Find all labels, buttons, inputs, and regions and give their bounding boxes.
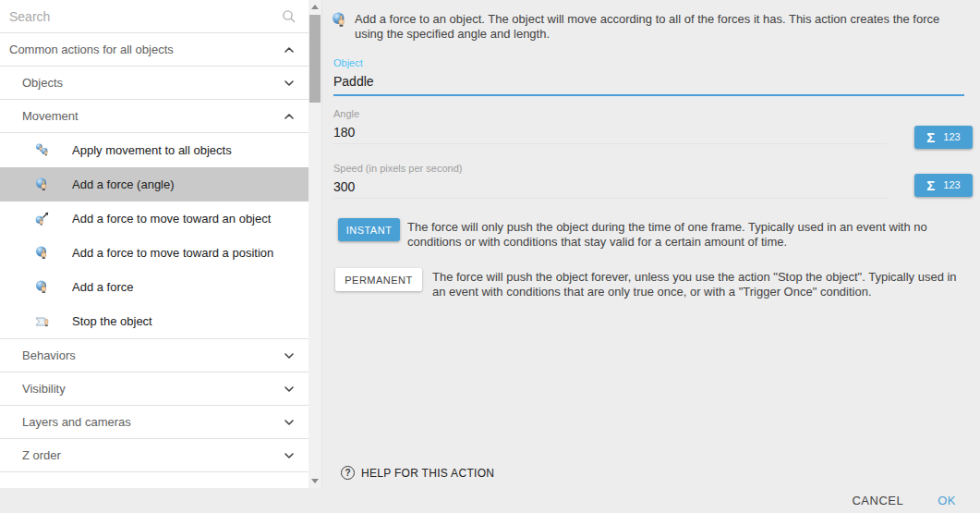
instant-description: The force will only push the object duri… bbox=[407, 220, 962, 250]
section-label: Movement bbox=[22, 109, 79, 123]
sidebar-item-stop-the-object[interactable]: Stop the object bbox=[0, 304, 309, 338]
sidebar-item-add-force-toward-object[interactable]: Add a force to move toward an object bbox=[0, 202, 309, 236]
sidebar-item-add-force-toward-position[interactable]: Add a force to move toward a position bbox=[0, 236, 309, 270]
speed-field-label: Speed (in pixels per second) bbox=[333, 163, 964, 174]
item-label: Stop the object bbox=[72, 314, 152, 328]
permanent-description: The force will push the object forever, … bbox=[432, 270, 957, 299]
permanent-button[interactable]: PERMANENT bbox=[335, 268, 422, 291]
sidebar-item-add-a-force[interactable]: Add a force bbox=[0, 270, 309, 304]
permanent-mode-row: PERMANENT The force will push the object… bbox=[335, 268, 957, 299]
dialog-footer: CANCEL OK bbox=[0, 488, 980, 513]
search-input[interactable] bbox=[9, 9, 259, 24]
sidebar-scrollbar[interactable] bbox=[309, 0, 321, 488]
sidebar-section-layers-and-cameras[interactable]: Layers and cameras bbox=[0, 406, 309, 439]
section-label: Behaviors bbox=[22, 348, 76, 362]
section-label: Objects bbox=[22, 76, 63, 90]
movement-items-block: Apply movement to all objects Add a forc… bbox=[0, 133, 309, 339]
cancel-button[interactable]: CANCEL bbox=[852, 494, 903, 507]
item-label: Add a force to move toward an object bbox=[72, 212, 271, 226]
scrollbar-up-arrow[interactable] bbox=[309, 0, 321, 14]
sidebar-item-add-force-angle[interactable]: Add a force (angle) bbox=[0, 167, 309, 202]
chevron-up-icon bbox=[284, 113, 295, 120]
item-label: Add a force to move toward a position bbox=[72, 246, 273, 260]
angle-input[interactable] bbox=[333, 122, 888, 144]
chevron-down-icon bbox=[284, 352, 295, 360]
help-question-icon: ? bbox=[341, 466, 355, 480]
section-label: Layers and cameras bbox=[22, 415, 131, 429]
force-toward-object-icon bbox=[35, 212, 50, 226]
apply-movement-to-all-icon bbox=[35, 143, 50, 158]
expression-123-label: 123 bbox=[943, 180, 960, 190]
help-for-this-action-link[interactable]: ? HELP FOR THIS ACTION bbox=[341, 466, 494, 480]
scrollbar-thumb[interactable] bbox=[309, 15, 321, 103]
search-icon bbox=[282, 9, 296, 24]
object-field: Object bbox=[333, 57, 964, 96]
sigma-icon: Σ bbox=[926, 178, 935, 192]
expression-123-label: 123 bbox=[943, 132, 960, 142]
stop-object-icon bbox=[35, 314, 50, 329]
instant-mode-row: INSTANT The force will only push the obj… bbox=[338, 218, 962, 250]
instruction-list-sidebar: Common actions for all objects Objects M… bbox=[0, 0, 309, 488]
action-config-panel: Add a force to an object. The object wil… bbox=[321, 0, 980, 488]
chevron-down-icon bbox=[284, 452, 295, 459]
sidebar-item-apply-movement-to-all-objects[interactable]: Apply movement to all objects bbox=[0, 133, 309, 167]
ok-button[interactable]: OK bbox=[938, 494, 956, 507]
new-action-dialog: Common actions for all objects Objects M… bbox=[0, 0, 980, 513]
add-force-icon bbox=[35, 280, 50, 295]
scrollbar-down-arrow[interactable] bbox=[309, 474, 321, 488]
sidebar-section-common-actions[interactable]: Common actions for all objects bbox=[0, 33, 309, 67]
chevron-up-icon bbox=[284, 46, 295, 54]
section-label: Z order bbox=[22, 448, 61, 462]
action-description-row: Add a force to an object. The object wil… bbox=[332, 9, 960, 42]
add-force-angle-icon bbox=[35, 177, 50, 192]
section-label: Common actions for all objects bbox=[9, 43, 174, 56]
item-label: Apply movement to all objects bbox=[72, 143, 232, 157]
sidebar-section-movement[interactable]: Movement bbox=[0, 100, 309, 133]
add-force-icon bbox=[332, 11, 348, 30]
search-row bbox=[0, 0, 309, 33]
section-label: Visibility bbox=[22, 382, 66, 396]
object-field-label: Object bbox=[333, 57, 964, 68]
help-label: HELP FOR THIS ACTION bbox=[361, 467, 494, 480]
sidebar-section-visibility[interactable]: Visibility bbox=[0, 373, 309, 406]
sidebar-section-objects[interactable]: Objects bbox=[0, 67, 309, 100]
item-label: Add a force bbox=[72, 280, 134, 294]
chevron-down-icon bbox=[284, 419, 295, 426]
sidebar-section-behaviors[interactable]: Behaviors bbox=[0, 339, 309, 373]
object-input[interactable] bbox=[333, 71, 964, 96]
sidebar-section-z-order[interactable]: Z order bbox=[0, 439, 309, 472]
action-description: Add a force to an object. The object wil… bbox=[355, 9, 960, 42]
instant-button[interactable]: INSTANT bbox=[338, 218, 400, 241]
speed-field: Speed (in pixels per second) bbox=[333, 163, 964, 199]
speed-input[interactable] bbox=[333, 177, 888, 199]
angle-field: Angle bbox=[333, 108, 964, 144]
angle-field-label: Angle bbox=[333, 108, 964, 119]
chevron-down-icon bbox=[284, 79, 295, 87]
force-toward-position-icon bbox=[35, 246, 50, 261]
sigma-icon: Σ bbox=[926, 130, 935, 144]
angle-expression-editor-button[interactable]: Σ 123 bbox=[914, 126, 973, 149]
speed-expression-editor-button[interactable]: Σ 123 bbox=[914, 174, 973, 197]
item-label: Add a force (angle) bbox=[72, 177, 175, 191]
chevron-down-icon bbox=[284, 385, 295, 393]
